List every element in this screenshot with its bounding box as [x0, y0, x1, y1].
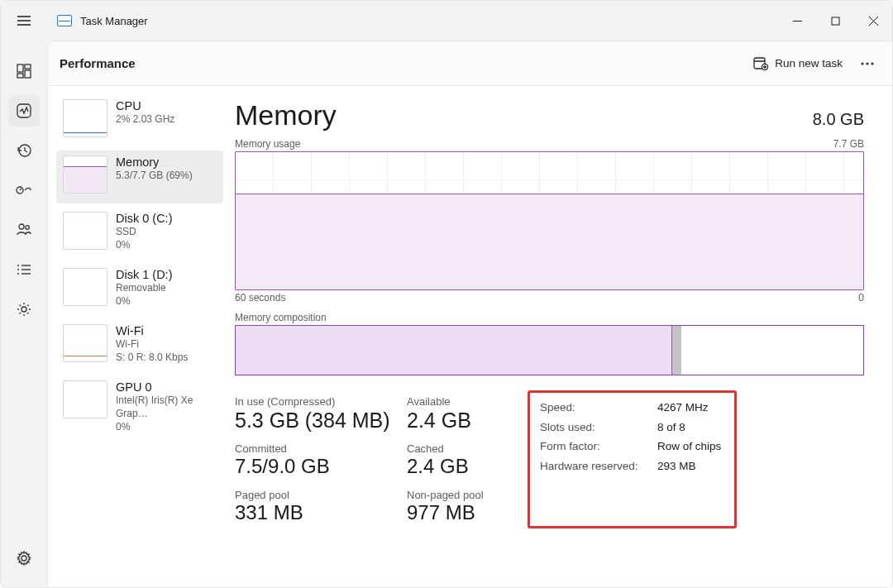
perf-gpu-sub: Intel(R) Iris(R) Xe Grap…	[116, 394, 217, 420]
perf-disk0-sub: SSD	[116, 225, 172, 238]
committed-value: 7.5/9.0 GB	[235, 455, 407, 479]
perf-disk1-name: Disk 1 (D:)	[116, 268, 172, 281]
nonpaged-value: 977 MB	[407, 501, 513, 525]
settings-icon[interactable]	[8, 543, 40, 574]
svg-point-31	[871, 62, 873, 65]
speed-label: Speed:	[540, 398, 657, 418]
hardware-info-highlight: Speed:4267 MHz Slots used:8 of 8 Form fa…	[528, 390, 737, 528]
chart1-label: Memory usage	[235, 138, 300, 150]
perf-disk0-name: Disk 0 (C:)	[116, 212, 172, 225]
committed-label: Committed	[235, 442, 407, 455]
svg-point-22	[21, 307, 26, 312]
svg-point-23	[21, 556, 26, 561]
thumb-memory	[63, 155, 107, 194]
svg-rect-9	[25, 70, 31, 78]
titlebar: Task Manager	[1, 1, 892, 41]
perf-wifi-sub: Wi-Fi	[116, 337, 188, 351]
comp-label: Memory composition	[235, 312, 864, 323]
perf-list: CPU 2% 2.03 GHz Memory 5.3/7.7 GB (69%) …	[48, 86, 227, 587]
thumb-disk1	[63, 268, 107, 306]
body: Performance Run new task CPU 2% 2.03	[1, 41, 892, 587]
stats-row: In use (Compressed) 5.3 GB (384 MB) Avai…	[235, 395, 864, 528]
svg-rect-8	[25, 65, 31, 69]
paged-value: 331 MB	[235, 501, 407, 525]
perf-disk0-sub2: 0%	[116, 238, 172, 251]
slots-label: Slots used:	[540, 418, 657, 437]
thumb-disk0	[63, 212, 107, 250]
svg-rect-7	[17, 65, 23, 72]
minimize-button[interactable]	[778, 1, 816, 41]
menu-button[interactable]	[7, 16, 41, 26]
main-split: CPU 2% 2.03 GHz Memory 5.3/7.7 GB (69%) …	[48, 86, 892, 587]
hres-value: 293 MB	[657, 457, 696, 476]
perf-disk1-sub2: 0%	[116, 294, 172, 308]
startup-icon[interactable]	[8, 174, 40, 206]
perf-memory-name: Memory	[116, 155, 193, 169]
content: Performance Run new task CPU 2% 2.03	[47, 41, 892, 587]
perf-wifi-name: Wi-Fi	[116, 324, 188, 337]
perf-item-disk0[interactable]: Disk 0 (C:) SSD 0%	[56, 207, 223, 260]
memory-usage-chart	[235, 151, 864, 290]
nav-rail	[1, 41, 47, 587]
detail-total: 8.0 GB	[813, 110, 864, 129]
users-icon[interactable]	[8, 214, 40, 246]
available-value: 2.4 GB	[407, 408, 513, 433]
perf-item-memory[interactable]: Memory 5.3/7.7 GB (69%)	[56, 151, 223, 203]
in-use-value: 5.3 GB (384 MB)	[235, 408, 407, 433]
perf-memory-sub: 5.3/7.7 GB (69%)	[116, 169, 193, 182]
perf-gpu-sub2: 0%	[116, 420, 217, 433]
memory-composition-chart	[235, 325, 864, 375]
app-icon	[57, 15, 72, 26]
history-icon[interactable]	[8, 135, 40, 166]
form-value: Row of chips	[657, 437, 721, 457]
processes-icon[interactable]	[8, 55, 40, 87]
perf-disk1-sub: Removable	[116, 281, 172, 294]
svg-rect-11	[17, 104, 31, 117]
svg-point-15	[26, 226, 30, 230]
svg-rect-10	[17, 74, 23, 78]
speed-value: 4267 MHz	[657, 398, 709, 418]
perf-item-cpu[interactable]: CPU 2% 2.03 GHz	[56, 94, 223, 147]
svg-rect-4	[832, 17, 839, 25]
perf-gpu-name: GPU 0	[116, 380, 217, 394]
run-new-task-button[interactable]: Run new task	[748, 53, 848, 74]
detail-pane: Memory 8.0 GB Memory usage 7.7 GB 60 sec…	[227, 86, 892, 587]
svg-point-29	[861, 62, 863, 65]
slots-value: 8 of 8	[657, 418, 685, 437]
services-icon[interactable]	[8, 294, 40, 325]
thumb-gpu	[63, 380, 107, 418]
page-title: Performance	[60, 56, 136, 70]
app-title: Task Manager	[80, 15, 148, 27]
axis-right: 0	[858, 292, 864, 304]
svg-point-30	[866, 62, 868, 65]
performance-icon[interactable]	[8, 95, 40, 127]
nonpaged-label: Non-paged pool	[407, 489, 513, 501]
svg-point-14	[19, 224, 24, 229]
top-toolbar: Performance Run new task	[48, 41, 892, 86]
axis-left: 60 seconds	[235, 292, 285, 304]
available-label: Available	[407, 395, 513, 408]
details-icon[interactable]	[8, 254, 40, 285]
form-label: Form factor:	[540, 437, 657, 457]
in-use-label: In use (Compressed)	[235, 395, 407, 408]
run-new-task-label: Run new task	[775, 57, 843, 69]
cached-label: Cached	[407, 442, 513, 455]
perf-cpu-sub: 2% 2.03 GHz	[116, 112, 174, 126]
perf-wifi-sub2: S: 0 R: 8.0 Kbps	[116, 351, 188, 364]
hres-label: Hardware reserved:	[540, 457, 657, 476]
perf-item-wifi[interactable]: Wi-Fi Wi-Fi S: 0 R: 8.0 Kbps	[56, 319, 223, 372]
close-button[interactable]	[854, 1, 892, 41]
paged-label: Paged pool	[235, 489, 407, 501]
perf-item-gpu[interactable]: GPU 0 Intel(R) Iris(R) Xe Grap… 0%	[56, 375, 223, 439]
more-button[interactable]	[854, 50, 881, 77]
perf-item-disk1[interactable]: Disk 1 (D:) Removable 0%	[56, 263, 223, 316]
detail-title: Memory	[235, 99, 337, 131]
thumb-cpu	[63, 99, 107, 137]
window-controls	[778, 1, 892, 41]
chart1-max: 7.7 GB	[833, 138, 864, 150]
thumb-wifi	[63, 324, 107, 362]
perf-cpu-name: CPU	[116, 99, 174, 112]
cached-value: 2.4 GB	[407, 455, 513, 479]
maximize-button[interactable]	[816, 1, 854, 41]
